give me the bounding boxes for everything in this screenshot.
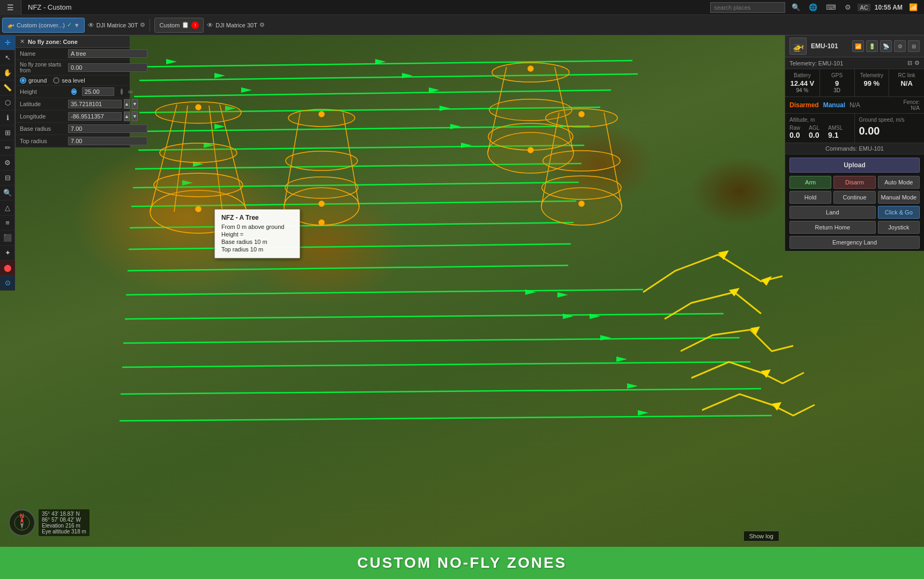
emu-signal-icon[interactable]: 📶 xyxy=(852,40,864,52)
tool-layers[interactable]: ⊞ xyxy=(0,125,15,140)
telemetry-settings-icon[interactable]: ⚙ xyxy=(914,60,920,66)
amsl-label: AMSL xyxy=(828,125,843,131)
lat-up-btn[interactable]: ▲ xyxy=(124,99,130,109)
tab2-eye-icon[interactable]: 👁 xyxy=(207,21,213,29)
right-panel: 🚁 EMU-101 📶 🔋 📡 ⚙ ⊞ Telemetry: EMU-101 ⊟… xyxy=(785,35,924,251)
emu-expand-icon[interactable]: ⊞ xyxy=(908,40,920,52)
hold-button[interactable]: Hold xyxy=(789,191,831,204)
tool-info[interactable]: ℹ xyxy=(0,110,15,125)
upload-button[interactable]: Upload xyxy=(789,158,920,173)
search-input[interactable] xyxy=(710,2,785,13)
continue-button[interactable]: Continue xyxy=(833,191,875,204)
keyboard-icon[interactable]: ⌨ xyxy=(824,2,838,12)
tool-more1[interactable]: ⬛ xyxy=(0,231,15,246)
altitude-header: Altitude, m xyxy=(789,117,850,123)
tool-cursor[interactable]: ✛ xyxy=(0,35,15,50)
tab-custom-2[interactable]: Custom 📋 ! xyxy=(154,18,204,33)
nfz-starts-input[interactable] xyxy=(68,63,147,72)
emu-gps-icon[interactable]: 📡 xyxy=(880,40,892,52)
nfz-base-radius-label: Base radius xyxy=(20,125,68,132)
emu-settings-icon[interactable]: ⚙ xyxy=(894,40,906,52)
raw-label: Raw xyxy=(789,125,800,131)
tool-list[interactable]: ≡ xyxy=(0,216,15,231)
agl-block: AGL 0.0 xyxy=(809,125,819,139)
coord-lon: 86° 57' 08.42' W xyxy=(42,517,86,523)
battery-pct: 94 % xyxy=(789,87,815,93)
tab1-drone-settings[interactable]: ⚙ xyxy=(140,21,145,28)
toolbar-tabs: 🚁 Custom (conver...) ✓ ▼ 👁 DJI Matrice 3… xyxy=(0,15,924,35)
ground-speed-label: Ground speed, m/s xyxy=(859,117,920,123)
tool-waypoint[interactable]: ⬡ xyxy=(0,95,15,110)
auto-mode-button[interactable]: Auto Mode xyxy=(878,176,920,189)
ac-badge: AC xyxy=(858,4,870,11)
menu-icon: ☰ xyxy=(7,3,14,12)
show-log-button[interactable]: Show log xyxy=(743,531,779,541)
tab1-drone-label: DJI Matrice 30T xyxy=(96,22,138,28)
telemetry-grid-icon[interactable]: ⊟ xyxy=(907,60,912,66)
tab1-label: Custom (conver...) xyxy=(17,22,65,28)
status-disarmed: Disarmed xyxy=(789,101,819,109)
joystick-button[interactable]: Joystick xyxy=(878,221,920,234)
nfz-altitude-type-row: ground sea level xyxy=(16,76,130,86)
tab1-drone-row: 👁 DJI Matrice 30T ⚙ xyxy=(88,21,146,29)
tool-draw[interactable]: ✏ xyxy=(0,140,15,155)
nfz-top-radius-input[interactable] xyxy=(68,137,147,145)
return-home-button[interactable]: Return Home xyxy=(789,221,876,234)
left-toolbar: ✛ ↖ ✋ 📏 ⬡ ℹ ⊞ ✏ ⚙ ⊟ 🔍 △ ≡ ⬛ ✦ ⬤ ⊙ xyxy=(0,35,15,291)
raw-block: Raw 0.0 xyxy=(789,125,800,139)
compass-north: N xyxy=(20,513,24,519)
nfz-height-input[interactable] xyxy=(82,87,114,96)
radio-sea-label: sea level xyxy=(62,77,85,84)
lon-down-btn[interactable]: ▼ xyxy=(132,112,138,121)
disarm-button[interactable]: Disarm xyxy=(833,176,875,189)
nfz-lat-input[interactable] xyxy=(68,100,122,108)
altitude-section: Altitude, m Raw 0.0 AGL 0.0 AMSL 9.1 Gro… xyxy=(785,114,924,143)
telemetry-grid: Battery 12.44 V 94 % GPS 9 3D Telemetry … xyxy=(785,69,924,97)
tool-settings2[interactable]: ⚙ xyxy=(0,155,15,170)
emu-name: EMU-101 xyxy=(811,42,838,50)
nfz-lon-input[interactable] xyxy=(68,112,122,121)
rc-value: N/A xyxy=(893,79,920,87)
commands-header: Commands: EMU-101 xyxy=(785,143,924,154)
battery-cell: Battery 12.44 V 94 % xyxy=(785,69,820,96)
tool-measure[interactable]: 📏 xyxy=(0,80,15,95)
nfz-panel-header: ✕ No fly zone: Cone xyxy=(16,36,130,48)
agl-label: AGL xyxy=(809,125,819,131)
manual-mode-button[interactable]: Manual Mode xyxy=(878,191,920,204)
tool-pan[interactable]: ✋ xyxy=(0,65,15,80)
nfz-close-icon[interactable]: ✕ xyxy=(20,38,25,45)
bottom-banner: CUSTOM NO-FLY ZONES xyxy=(0,547,924,579)
fence-label: Fence: xyxy=(903,99,920,105)
menu-button[interactable]: ☰ xyxy=(0,0,21,15)
tool-pointer[interactable]: ↖ xyxy=(0,50,15,65)
nfz-base-radius-input[interactable] xyxy=(68,124,147,133)
coordinates-display: 35° 43' 18.83' N 86° 57' 08.42' W Elevat… xyxy=(39,509,90,536)
emu-battery-icon[interactable]: 🔋 xyxy=(866,40,878,52)
nfz-name-input[interactable] xyxy=(68,49,147,58)
tool-sun[interactable]: ✦ xyxy=(0,246,15,261)
gps-count: 9 xyxy=(824,79,850,87)
tool-shape[interactable]: △ xyxy=(0,201,15,216)
emergency-land-button[interactable]: Emergency Land xyxy=(789,236,920,249)
radio-sea-level[interactable]: sea level xyxy=(53,77,85,84)
tool-search2[interactable]: 🔍 xyxy=(0,185,15,201)
search-icon[interactable]: 🔍 xyxy=(789,2,802,12)
lon-up-btn[interactable]: ▲ xyxy=(124,112,130,121)
globe-icon[interactable]: 🌐 xyxy=(807,2,819,12)
raw-value: 0.0 xyxy=(789,131,800,139)
tab-custom-1[interactable]: 🚁 Custom (conver...) ✓ ▼ xyxy=(2,18,85,33)
tab1-eye-icon[interactable]: 👁 xyxy=(88,21,94,29)
tool-circle[interactable]: ⊙ xyxy=(0,276,15,291)
tab2-drone-settings[interactable]: ⚙ xyxy=(259,21,265,28)
emu-header: 🚁 EMU-101 📶 🔋 📡 ⚙ ⊞ xyxy=(785,35,924,57)
arm-button[interactable]: Arm xyxy=(789,176,831,189)
radio-ground[interactable]: ground xyxy=(20,77,47,84)
tab2-drone-label: DJI Matrice 30T xyxy=(215,22,257,28)
tool-alert[interactable]: ⬤ xyxy=(0,261,15,276)
tool-grid[interactable]: ⊟ xyxy=(0,170,15,185)
click-go-button[interactable]: Click & Go xyxy=(878,206,920,219)
settings-icon[interactable]: ⚙ xyxy=(843,2,853,12)
lat-down-btn[interactable]: ▼ xyxy=(132,99,138,109)
land-button[interactable]: Land xyxy=(789,206,876,219)
tab1-drone-icon: 🚁 xyxy=(7,21,14,28)
